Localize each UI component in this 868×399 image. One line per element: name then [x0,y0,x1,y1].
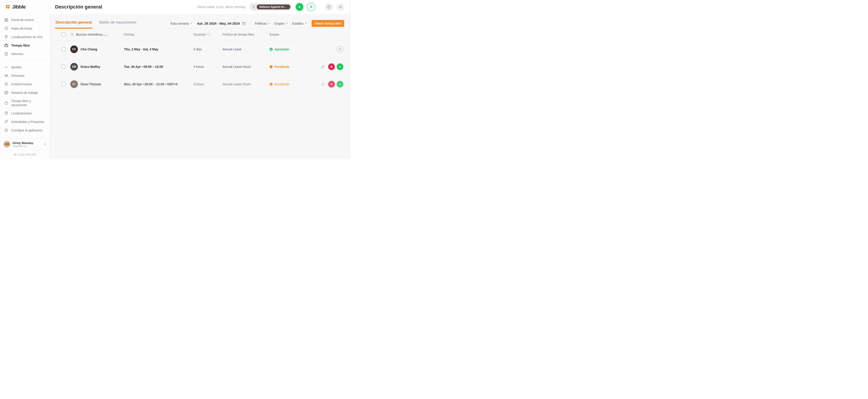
sidebar-item-label: Ajustes [11,65,22,69]
status-label: Pendiente [274,65,289,68]
period-dropdown[interactable]: Esta semana ▼ [170,22,192,25]
sidebar-item-chev-up[interactable]: Ajustes [0,63,50,71]
location-icon [4,111,8,116]
sidebar-item-timer[interactable]: Control horario [0,80,50,88]
dashboard-icon [4,18,8,22]
edit-button[interactable] [320,81,326,88]
header-policy: Política de tiempo libre [222,33,270,36]
svg-rect-21 [242,22,245,25]
sidebar-item-clock[interactable]: Hojas de horas [0,24,50,33]
select-all-checkbox[interactable] [62,32,66,36]
caret-down-icon: ▼ [305,22,307,25]
row-checkbox[interactable] [62,65,66,69]
sidebar-item-download[interactable]: Consigue la aplicación [0,126,50,134]
row-actions [314,81,343,88]
row-actions [314,46,343,53]
svg-rect-3 [6,20,8,22]
user-card[interactable]: GW Ginny Weasley Hogwarts Co [0,138,50,150]
date-range-text: Apr, 28 2024 - May, 04 2024 [197,22,240,25]
activity-pill[interactable]: Defence Against the Da... [250,3,292,10]
sidebar-item-dashboard[interactable]: Panel de control [0,16,50,24]
sidebar-item-label: Panel de control [11,18,34,22]
clock-icon [4,26,8,31]
sidebar-item-label: Tiempo libre [11,43,30,48]
status-cell: Pendiente [270,83,314,86]
settings-button[interactable] [337,3,344,11]
reject-button[interactable] [328,63,335,70]
chevron-right-icon [44,143,46,146]
sidebar-item-tag[interactable]: Actividades y Proyectos [0,118,50,126]
svg-rect-7 [5,52,7,56]
user-org: Hogwarts Co [12,145,42,147]
suitcase-icon [4,101,8,105]
clock-in-button[interactable] [296,3,303,11]
row-checkbox[interactable] [62,47,66,51]
table-row[interactable]: DT Dean Thomas Mon, 29 Apr • 09:00 – 12:… [55,75,344,93]
sidebar-item-report[interactable]: Informes [0,50,50,58]
sidebar-item-schedule[interactable]: Horarios de trabajo [0,88,50,97]
svg-point-19 [341,7,341,7]
reject-button[interactable] [328,81,335,88]
help-button[interactable] [325,3,333,11]
sidebar-item-suitcase[interactable]: Tiempo libre [0,41,50,50]
cancel-button[interactable] [337,46,343,53]
tag-icon [4,120,8,124]
sidebar-item-suitcase[interactable]: Tiempo libre y vacaciones [0,97,50,109]
nav-main: Panel de control Hojas de horas Localiza… [0,13,50,138]
dates-cell: Thu, 2 May - Sat, 4 May [124,48,193,51]
toolbar: Descripción generalSaldo de vacaciones E… [55,18,344,28]
member-cell: CC Cho Chang [70,45,124,53]
schedule-icon [4,90,8,95]
collapse-button[interactable]: COLAPSAR [0,150,50,159]
activity-chip: Defence Against the Da... [257,4,290,9]
filter-políticas[interactable]: Políticas▼ [255,22,270,25]
filter-estados[interactable]: Estados▼ [292,22,307,25]
sidebar-item-label: Localizaciones [11,111,32,115]
tabs: Descripción generalSaldo de vacaciones [55,18,137,28]
table-header: Fechas Duración i Política de tiempo lib… [55,28,344,40]
info-icon[interactable]: i [207,33,210,36]
policy-cell: Annual Leave Hours [222,65,270,68]
timer-icon [4,82,8,86]
avatar: GW [4,141,10,148]
tab-saldo-de-vacaciones[interactable]: Saldo de vacaciones [99,18,137,28]
duration-cell: 3 días [193,48,222,51]
table-row[interactable]: DM Draco Malfoy Tue, 30 Apr • 09:00 – 12… [55,58,344,75]
avatar: DM [70,63,78,70]
main: Descripción general Última salida 11:43,… [50,0,349,159]
svg-point-5 [6,36,7,37]
filter-grupos[interactable]: Grupos▼ [274,22,288,25]
suitcase-icon [4,43,8,48]
logo[interactable]: Jibble [0,0,50,13]
edit-button[interactable] [320,63,326,70]
last-out-text: Última salida 11:43, último Monday [197,5,246,9]
svg-rect-6 [5,45,8,47]
sidebar-item-location[interactable]: Localizaciones [0,109,50,118]
user-info: Ginny Weasley Hogwarts Co [12,141,42,147]
date-range[interactable]: Apr, 28 2024 - May, 04 2024 [197,22,246,25]
member-name: Dean Thomas [81,83,101,86]
sidebar-item-location[interactable]: Localizaciones en vivo [0,33,50,41]
search-members[interactable] [70,33,124,36]
add-person-button[interactable] [307,3,315,11]
status-label: Aprobado [274,48,289,51]
approve-button[interactable] [337,81,343,88]
approve-button[interactable] [337,63,343,70]
avatar: CC [70,45,78,53]
search-input[interactable] [76,33,114,36]
tab-descripción-general[interactable]: Descripción general [55,18,92,28]
logo-icon [5,4,10,9]
table-row[interactable]: CC Cho Chang Thu, 2 May - Sat, 4 May 3 d… [55,40,344,58]
add-time-off-button[interactable]: Añadir tiempo libre [312,20,344,27]
sidebar-item-label: Tiempo libre y vacaciones [11,99,46,107]
caret-down-icon: ▼ [268,22,270,25]
avatar: DT [70,81,78,88]
policy-cell: Annual Leave Hours [222,83,270,86]
download-icon [4,128,8,132]
sidebar-item-label: Informes [11,52,23,56]
sidebar-item-people[interactable]: Personas [0,71,50,80]
status-cell: Aprobado [270,48,314,51]
status-label: Pendiente [274,83,289,86]
row-checkbox[interactable] [62,82,66,86]
svg-point-20 [340,7,340,8]
